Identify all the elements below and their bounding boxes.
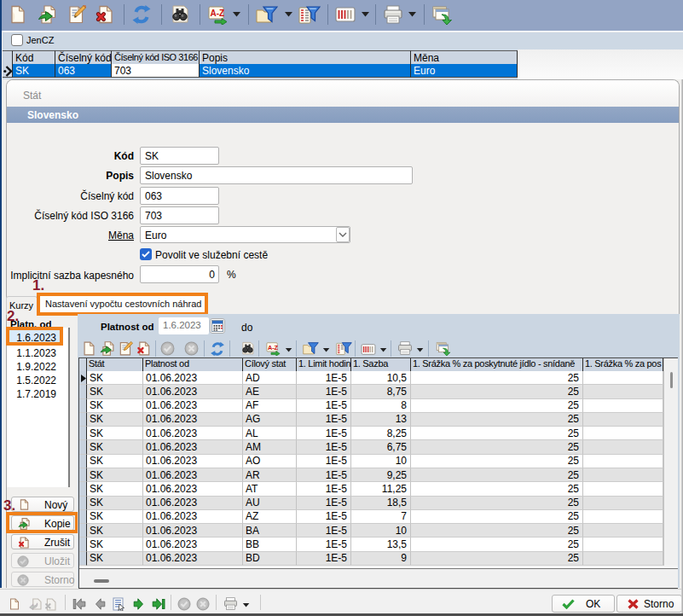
svg-text:A-Z: A-Z [268,344,279,352]
svg-text:A-Z: A-Z [211,9,225,18]
